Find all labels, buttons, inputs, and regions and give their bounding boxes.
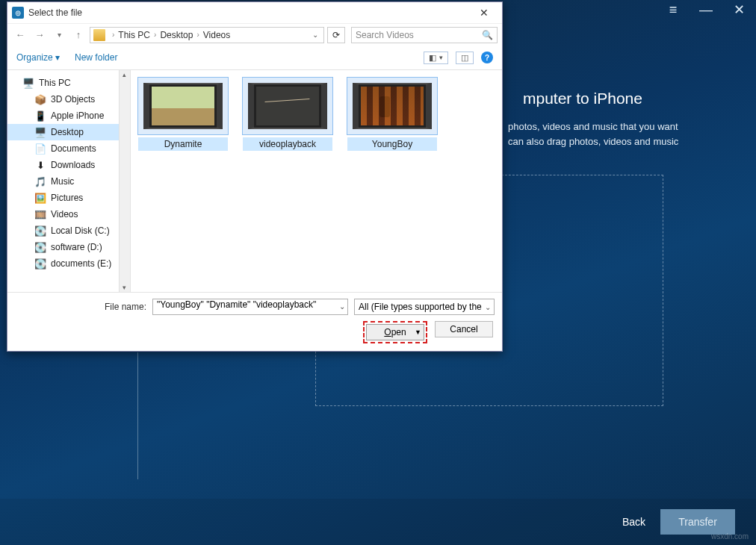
tree-item-music[interactable]: 🎵Music xyxy=(7,173,130,190)
chevron-down-icon[interactable]: ⌄ xyxy=(310,31,320,39)
crumb[interactable]: This PC xyxy=(118,30,150,40)
nav-tree: 🖥️This PC📦3D Objects📱Apple iPhone🖥️Deskt… xyxy=(7,70,131,292)
tree-label: Apple iPhone xyxy=(51,110,104,121)
view-mode-button[interactable]: ◧ ▾ xyxy=(424,52,448,64)
divider xyxy=(137,352,138,479)
organize-menu[interactable]: Organize ▾ xyxy=(16,52,60,63)
close-icon[interactable]: ✕ xyxy=(729,0,749,19)
open-highlight: Open ▼ xyxy=(363,321,427,343)
tree-icon: 🎵 xyxy=(34,175,46,187)
filetype-select[interactable]: All (File types supported by the ⌄ xyxy=(354,299,495,315)
tree-icon: 💽 xyxy=(34,225,46,237)
tree-label: Desktop xyxy=(51,127,84,137)
page-subtitle: photos, videos and music that you wantca… xyxy=(508,119,678,149)
chevron-down-icon[interactable]: ▼ xyxy=(415,328,421,336)
dialog-close-button[interactable]: ✕ xyxy=(469,3,499,22)
tree-item-downloads[interactable]: ⬇Downloads xyxy=(7,157,130,173)
crumb[interactable]: Videos xyxy=(203,30,230,40)
tree-icon: 💽 xyxy=(34,241,46,253)
file-item-youngboy[interactable]: YoungBoy xyxy=(347,78,437,151)
minimize-icon[interactable]: — xyxy=(696,0,716,19)
tree-icon: ⬇ xyxy=(34,159,46,171)
preview-pane-button[interactable]: ◫ xyxy=(456,52,474,64)
page-title: mputer to iPhone xyxy=(523,90,642,108)
search-icon: 🔍 xyxy=(482,30,493,40)
back-button[interactable]: Back xyxy=(622,516,645,528)
tree-item-desktop[interactable]: 🖥️Desktop xyxy=(7,124,130,140)
list-icon[interactable]: ≡ xyxy=(663,0,683,19)
tree-label: This PC xyxy=(39,78,71,88)
toolbar: Organize ▾ New folder ◧ ▾ ◫ ? xyxy=(7,46,502,69)
tree-label: Pictures xyxy=(51,193,83,203)
tree-label: Downloads xyxy=(51,160,95,170)
nav-up-icon[interactable]: ↑ xyxy=(70,27,87,43)
open-button[interactable]: Open ▼ xyxy=(366,324,424,340)
filename-input[interactable]: "YoungBoy" "Dynamite" "videoplayback" ⌄ xyxy=(152,299,348,315)
footer: Back Transfer xyxy=(0,499,756,545)
chevron-down-icon: ⌄ xyxy=(485,303,491,311)
tree-item-software-d-[interactable]: 💽software (D:) xyxy=(7,239,130,255)
nav-row: ← → ▾ ↑ › This PC› Desktop› Videos ⌄ ⟳ S… xyxy=(7,23,502,46)
breadcrumb[interactable]: › This PC› Desktop› Videos ⌄ xyxy=(90,27,324,43)
nav-back-icon[interactable]: ← xyxy=(12,27,28,43)
cancel-button[interactable]: Cancel xyxy=(435,321,493,337)
tree-item-local-disk-c-[interactable]: 💽Local Disk (C:) xyxy=(7,222,130,239)
tree-item-pictures[interactable]: 🖼️Pictures xyxy=(7,190,130,206)
chevron-down-icon[interactable]: ⌄ xyxy=(339,302,345,311)
nav-forward-icon[interactable]: → xyxy=(31,27,48,43)
tree-item-videos[interactable]: 🎞️Videos xyxy=(7,206,130,222)
tree-label: Music xyxy=(51,176,74,187)
file-item-dynamite[interactable]: Dynamite xyxy=(138,78,228,151)
dialog-titlebar: ⊚ Select the file ✕ xyxy=(7,2,502,23)
tree-item-3d-objects[interactable]: 📦3D Objects xyxy=(7,91,130,108)
tree-label: Local Disk (C:) xyxy=(51,225,110,236)
file-label: YoungBoy xyxy=(347,137,437,151)
scrollbar[interactable] xyxy=(119,70,130,292)
tree-label: Videos xyxy=(51,209,78,219)
refresh-button[interactable]: ⟳ xyxy=(327,27,345,43)
tree-icon: 💽 xyxy=(34,258,46,270)
app-icon: ⊚ xyxy=(12,7,24,19)
tree-item-documents[interactable]: 📄Documents xyxy=(7,140,130,157)
folder-icon xyxy=(93,29,105,41)
help-icon[interactable]: ? xyxy=(481,52,493,63)
tree-icon: 🖥️ xyxy=(34,126,46,138)
tree-item-this-pc[interactable]: 🖥️This PC xyxy=(7,75,130,91)
filename-label: File name: xyxy=(15,302,146,312)
file-pane: DynamitevideoplaybackYoungBoy xyxy=(131,70,502,292)
dialog-title: Select the file xyxy=(28,7,82,18)
tree-label: software (D:) xyxy=(51,242,102,252)
file-item-videoplayback[interactable]: videoplayback xyxy=(243,78,332,151)
tree-icon: 🖼️ xyxy=(34,192,46,204)
tree-item-apple-iphone[interactable]: 📱Apple iPhone xyxy=(7,108,130,124)
tree-icon: 📱 xyxy=(34,110,46,122)
new-folder-button[interactable]: New folder xyxy=(75,52,117,63)
transfer-button[interactable]: Transfer xyxy=(660,509,735,535)
tree-icon: 📄 xyxy=(34,143,46,155)
tree-icon: 🎞️ xyxy=(34,208,46,220)
tree-label: Documents xyxy=(51,143,96,154)
search-input[interactable]: Search Videos 🔍 xyxy=(351,27,498,43)
tree-label: documents (E:) xyxy=(51,258,111,269)
crumb[interactable]: Desktop xyxy=(160,30,193,40)
search-placeholder: Search Videos xyxy=(356,30,482,40)
dialog-bottom: File name: "YoungBoy" "Dynamite" "videop… xyxy=(7,292,502,351)
file-label: videoplayback xyxy=(243,137,332,151)
file-label: Dynamite xyxy=(138,137,228,151)
nav-recent-icon[interactable]: ▾ xyxy=(51,27,67,43)
tree-item-documents-e-[interactable]: 💽documents (E:) xyxy=(7,255,130,272)
watermark: wsxdn.com xyxy=(711,532,749,541)
file-open-dialog: ⊚ Select the file ✕ ← → ▾ ↑ › This PC› D… xyxy=(7,1,503,352)
tree-icon: 📦 xyxy=(34,93,46,105)
tree-label: 3D Objects xyxy=(51,94,95,105)
tree-icon: 🖥️ xyxy=(22,77,34,89)
